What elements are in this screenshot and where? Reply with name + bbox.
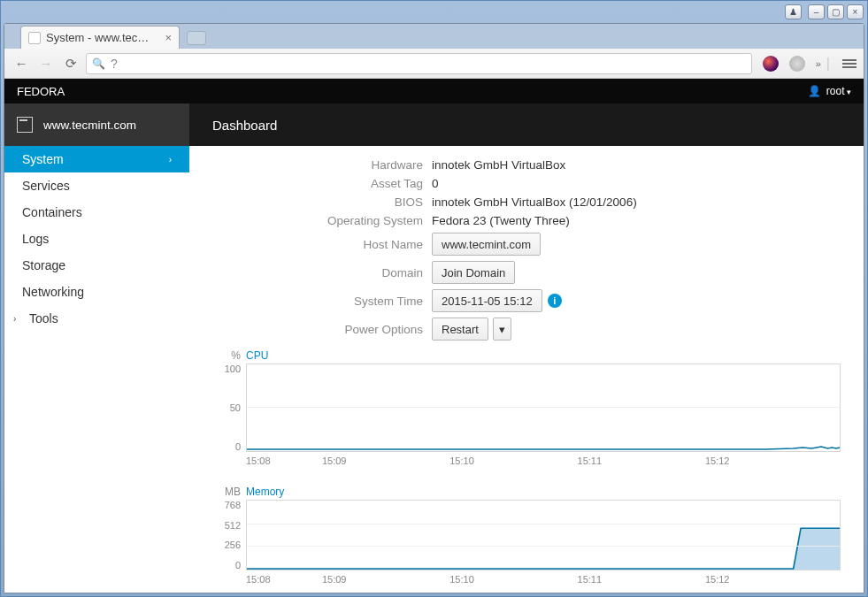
extension-icon-1[interactable] (763, 56, 779, 72)
search-icon: 🔍 (92, 57, 105, 70)
favicon-icon (28, 32, 41, 44)
back-button[interactable]: ← (12, 54, 31, 73)
label-domain: Domain (212, 266, 432, 279)
cpu-yaxis: 100 50 0 (212, 364, 246, 452)
value-operating-system: Fedora 23 (Twenty Three) (432, 214, 841, 227)
label-hardware: Hardware (212, 158, 432, 172)
sidebar-item-system[interactable]: System › (4, 146, 189, 172)
sidebar: System › Services Containers Logs (4, 146, 189, 593)
restart-button[interactable]: Restart (432, 318, 488, 341)
memory-plotarea (246, 500, 841, 570)
app-subheader: www.tecmint.com Dashboard (4, 103, 864, 146)
page-title: Dashboard (189, 118, 277, 133)
memory-chart: MB Memory 768 512 256 0 (212, 486, 841, 585)
label-bios: BIOS (212, 195, 432, 209)
memory-link[interactable]: Memory (246, 486, 284, 498)
system-time-button[interactable]: 2015-11-05 15:12 (432, 289, 542, 312)
sidebar-item-label: Services (22, 179, 70, 193)
hamburger-menu-icon[interactable] (842, 59, 856, 68)
label-system-time: System Time (212, 295, 432, 308)
value-hardware: innotek GmbH VirtualBox (432, 158, 841, 172)
window-maximize-button[interactable]: ▢ (827, 4, 844, 19)
tab-title: System - www.tec… (46, 31, 149, 44)
value-asset-tag: 0 (432, 177, 841, 190)
chevron-right-icon: › (169, 155, 172, 165)
browser-tab[interactable]: System - www.tec… × (20, 26, 180, 49)
label-power-options: Power Options (212, 323, 432, 336)
sidebar-item-logs[interactable]: Logs (4, 226, 189, 252)
window-close-button[interactable]: × (847, 4, 864, 19)
cpu-chart: % CPU 100 50 0 (212, 349, 841, 466)
sidebar-group-tools[interactable]: › Tools (4, 305, 189, 332)
brand-label: FEDORA (17, 85, 65, 98)
sidebar-item-label: Networking (22, 285, 84, 299)
cpu-link[interactable]: CPU (246, 349, 268, 362)
sidebar-item-storage[interactable]: Storage (4, 252, 189, 279)
memory-xaxis: 15:08 15:09 15:10 15:11 15:12 (246, 574, 841, 585)
join-domain-button[interactable]: Join Domain (432, 261, 515, 284)
power-options-dropdown[interactable]: ▾ (493, 318, 511, 341)
sidebar-item-label: Logs (22, 232, 49, 246)
host-switcher[interactable]: www.tecmint.com (4, 103, 189, 146)
cpu-plotarea (246, 364, 841, 452)
cpu-unit: % (212, 349, 246, 362)
user-menu[interactable]: root (826, 85, 851, 97)
new-tab-button[interactable] (187, 31, 206, 45)
memory-series-fill (247, 528, 840, 570)
user-indicator-icon: ♟ (785, 4, 802, 19)
user-icon: 👤 (808, 85, 821, 97)
label-operating-system: Operating System (212, 214, 432, 227)
omnibox-text: ? (111, 57, 118, 71)
sidebar-item-label: Containers (22, 205, 82, 219)
reload-button[interactable]: ⟳ (61, 54, 81, 73)
app-topbar: FEDORA 👤 root (4, 79, 864, 103)
tab-close-icon[interactable]: × (165, 31, 172, 44)
sidebar-item-label: Tools (29, 311, 58, 325)
host-name-button[interactable]: www.tecmint.com (432, 233, 541, 256)
memory-yaxis: 768 512 256 0 (212, 500, 246, 570)
forward-button[interactable]: → (36, 54, 56, 73)
sidebar-item-containers[interactable]: Containers (4, 199, 189, 226)
host-name: www.tecmint.com (43, 119, 136, 132)
browser-tabstrip: System - www.tec… × (4, 24, 864, 49)
browser-toolbar: ← → ⟳ 🔍 ? » | (4, 49, 864, 79)
label-host-name: Host Name (212, 238, 432, 251)
main-panel: Hardware innotek GmbH VirtualBox Asset T… (189, 146, 864, 593)
omnibox[interactable]: 🔍 ? (86, 53, 752, 74)
memory-series (247, 528, 840, 569)
host-icon (17, 117, 33, 133)
sidebar-item-networking[interactable]: Networking (4, 279, 189, 305)
extension-icon-2[interactable] (789, 56, 805, 72)
memory-unit: MB (212, 486, 246, 498)
overflow-icon[interactable]: » (816, 58, 821, 69)
cpu-series (247, 447, 840, 449)
sidebar-item-services[interactable]: Services (4, 172, 189, 199)
window-titlebar: ♟ – ▢ × (1, 1, 867, 23)
sidebar-item-label: System (22, 152, 64, 166)
info-icon[interactable]: i (548, 294, 562, 308)
sidebar-item-label: Storage (22, 258, 65, 272)
label-asset-tag: Asset Tag (212, 177, 432, 190)
system-details: Hardware innotek GmbH VirtualBox Asset T… (212, 158, 841, 341)
window-minimize-button[interactable]: – (808, 4, 825, 19)
cpu-xaxis: 15:08 15:09 15:10 15:11 15:12 (246, 455, 841, 466)
chevron-right-icon: › (13, 314, 26, 324)
value-bios: innotek GmbH VirtualBox (12/01/2006) (432, 195, 841, 209)
